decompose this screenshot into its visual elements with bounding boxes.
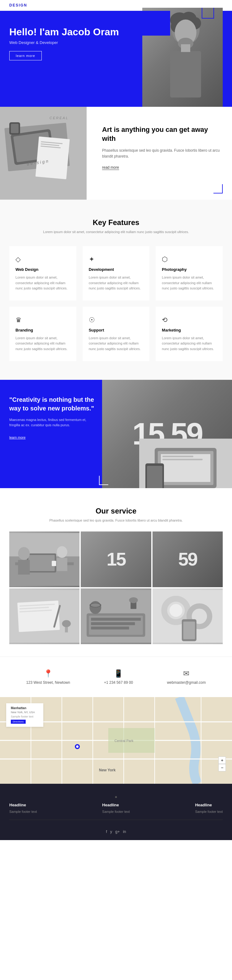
map-zoom-in-button[interactable]: + bbox=[218, 757, 226, 764]
svg-point-46 bbox=[62, 620, 70, 627]
svg-rect-35 bbox=[18, 560, 30, 574]
map-section: Central Park New York Manhattan New York… bbox=[0, 697, 232, 784]
map-card-subtitle: New York, NY, USA bbox=[11, 711, 39, 714]
feature-desc-5: Lorem ipsum dolor sit amet, consectetur … bbox=[162, 336, 216, 352]
feature-card-webdesign: ◇ Web Design Lorem ipsum dolor sit amet,… bbox=[9, 246, 76, 301]
svg-point-57 bbox=[129, 597, 138, 603]
feature-card-photography: ⬡ Photography Lorem ipsum dolor sit amet… bbox=[156, 246, 223, 301]
webdesign-icon: ◇ bbox=[16, 255, 70, 263]
art-collage: de-sign CEREAL bbox=[0, 107, 87, 200]
feature-name-2: Photography bbox=[162, 267, 216, 272]
contact-phone: +1 234 567 89 00 bbox=[104, 680, 133, 685]
hero-title: Hello! I'am Jacob Oram bbox=[9, 26, 119, 38]
development-icon: ✦ bbox=[89, 255, 143, 263]
corner-decoration bbox=[213, 184, 223, 194]
hero-learn-more-button[interactable]: learn more bbox=[9, 51, 42, 60]
quote-text: "Creativity is nothing but the way to so… bbox=[9, 395, 96, 413]
features-subtitle: Lorem ipsum dolor sit amet, consectetur … bbox=[9, 230, 223, 234]
quote-learn-more-button[interactable]: learn more bbox=[9, 436, 26, 439]
art-title: Art is anything you can get away with bbox=[102, 126, 223, 143]
svg-point-55 bbox=[91, 603, 100, 607]
service-img-desk bbox=[9, 589, 79, 644]
map-card-title: Manhattan bbox=[11, 706, 39, 710]
footer-col-1-text: Sample footer text bbox=[9, 810, 37, 813]
feature-card-support: ☉ Support Lorem ipsum dolor sit amet, co… bbox=[83, 307, 150, 361]
svg-rect-14 bbox=[11, 124, 19, 133]
footer-columns: Headline Sample footer text Headline Sam… bbox=[9, 803, 223, 820]
map-card-detail: Sample footer text bbox=[11, 715, 39, 718]
svg-rect-28 bbox=[147, 466, 162, 488]
hero-corner-decoration bbox=[202, 8, 214, 19]
feature-name-3: Branding bbox=[16, 328, 70, 332]
quote-image-bottom bbox=[139, 439, 232, 488]
feature-desc-3: Lorem ipsum dolor sit amet, consectetur … bbox=[16, 336, 70, 352]
svg-rect-50 bbox=[91, 617, 141, 620]
phone-icon: 📱 bbox=[114, 669, 123, 678]
footer-col-3-text: Sample footer text bbox=[195, 810, 223, 813]
map-background: Central Park New York Manhattan New York… bbox=[0, 697, 232, 784]
svg-point-36 bbox=[57, 546, 67, 558]
footer-col-2-text: Sample footer text bbox=[102, 810, 130, 813]
features-title: Key Features bbox=[9, 218, 223, 227]
email-icon: ✉ bbox=[183, 669, 189, 678]
hero-subtitle: Web Designer & Developer bbox=[9, 40, 119, 45]
brand-name: DESIGN bbox=[9, 3, 27, 8]
social-google-icon[interactable]: g+ bbox=[115, 829, 120, 834]
service-img-phone bbox=[153, 589, 223, 644]
feature-card-marketing: ⟲ Marketing Lorem ipsum dolor sit amet, … bbox=[156, 307, 223, 361]
branding-icon: ♛ bbox=[16, 316, 70, 324]
feature-name-0: Web Design bbox=[16, 267, 70, 272]
svg-point-60 bbox=[170, 604, 183, 617]
contact-phone-item: 📱 +1 234 567 89 00 bbox=[104, 669, 133, 685]
feature-name-1: Development bbox=[89, 267, 143, 272]
quote-section: "Creativity is nothing but the way to so… bbox=[0, 380, 232, 488]
footer-col-1: Headline Sample footer text bbox=[9, 803, 37, 813]
footer-col-1-title: Headline bbox=[9, 803, 37, 807]
map-zoom-controls: + − bbox=[218, 757, 226, 772]
features-grid: ◇ Web Design Lorem ipsum dolor sit amet,… bbox=[9, 246, 223, 361]
quote-description: Maecenas magna lectus, finibus sed ferme… bbox=[9, 417, 96, 428]
service-img-laptop2 bbox=[81, 589, 151, 644]
svg-rect-26 bbox=[162, 459, 203, 460]
service-title: Our service bbox=[9, 507, 223, 515]
footer-col-3: Headline Sample footer text bbox=[195, 803, 223, 813]
svg-rect-7 bbox=[170, 51, 201, 97]
service-image-6 bbox=[153, 589, 223, 644]
svg-text:New York: New York bbox=[99, 768, 116, 772]
feature-card-branding: ♛ Branding Lorem ipsum dolor sit amet, c… bbox=[9, 307, 76, 361]
map-directions-button[interactable]: Directions bbox=[11, 720, 26, 724]
location-icon: 📍 bbox=[44, 669, 53, 678]
service-number-1: 15 bbox=[107, 549, 126, 570]
service-image-2: 15 bbox=[81, 531, 151, 587]
svg-point-79 bbox=[76, 745, 79, 748]
social-twitter-icon[interactable]: y bbox=[110, 829, 112, 834]
service-image-3: 59 bbox=[153, 531, 223, 587]
contact-address: 123 West Street, Newtown bbox=[26, 680, 70, 685]
hero-content: Hello! I'am Jacob Oram Web Designer & De… bbox=[9, 26, 119, 60]
map-zoom-out-button[interactable]: − bbox=[218, 764, 226, 772]
photography-icon: ⬡ bbox=[162, 255, 216, 263]
footer: Headline Sample footer text Headline Sam… bbox=[0, 784, 232, 840]
svg-rect-64 bbox=[183, 622, 195, 639]
hero-blue-accent bbox=[139, 11, 170, 36]
footer-col-2: Headline Sample footer text bbox=[102, 803, 130, 813]
footer-dot-decoration bbox=[115, 796, 117, 798]
footer-col-2-title: Headline bbox=[102, 803, 130, 807]
svg-rect-33 bbox=[29, 555, 55, 571]
svg-rect-25 bbox=[162, 456, 193, 457]
svg-rect-52 bbox=[91, 627, 129, 629]
map-info-card: Manhattan New York, NY, USA Sample foote… bbox=[6, 703, 43, 727]
quote-laptop-image bbox=[139, 439, 232, 488]
art-read-more-link[interactable]: read more bbox=[102, 165, 119, 170]
contact-address-item: 📍 123 West Street, Newtown bbox=[26, 669, 70, 685]
feature-name-5: Marketing bbox=[162, 328, 216, 332]
quote-corner-decoration bbox=[99, 476, 108, 485]
hero-section: Hello! I'am Jacob Oram Web Designer & De… bbox=[0, 11, 232, 107]
quote-content: "Creativity is nothing but the way to so… bbox=[0, 380, 105, 488]
social-linkedin-icon[interactable]: in bbox=[123, 829, 126, 834]
feature-desc-4: Lorem ipsum dolor sit amet, consectetur … bbox=[89, 336, 143, 352]
svg-point-34 bbox=[18, 547, 30, 560]
service-subtitle: Phasellus scelerisque sed leo quis gravi… bbox=[9, 519, 223, 522]
contact-email: webmaster@gmail.com bbox=[167, 680, 206, 685]
social-facebook-icon[interactable]: f bbox=[106, 829, 107, 834]
